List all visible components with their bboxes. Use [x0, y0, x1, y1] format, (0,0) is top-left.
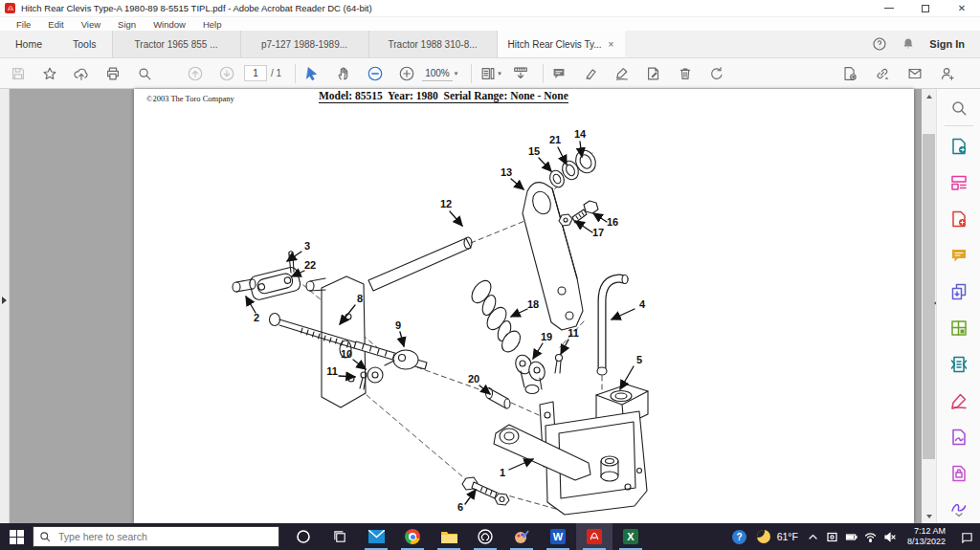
document-area: ©2003 The Toro Company Model: 85515 Year… — [0, 89, 980, 523]
menu-bar: File Edit View Sign Window Help — [0, 17, 980, 31]
zoom-in-icon[interactable] — [396, 63, 416, 83]
tray-battery-icon[interactable] — [842, 523, 861, 550]
menu-view[interactable]: View — [73, 19, 109, 30]
doc-tab-1[interactable]: Tractor 1965 855 ... — [112, 31, 240, 57]
select-tool-icon[interactable] — [301, 63, 322, 83]
doc-tab-active[interactable]: Hitch Rear Clevis Ty... × — [497, 31, 625, 57]
open-nav-pane-icon[interactable] — [2, 297, 7, 304]
temperature-label[interactable]: 61°F — [777, 531, 798, 542]
tray-help-icon[interactable]: ? — [727, 523, 752, 550]
notifications-bell-icon[interactable] — [901, 36, 916, 52]
protect-pdf-icon[interactable] — [949, 464, 969, 483]
zoom-level-value[interactable]: 100% — [422, 66, 453, 81]
word-app-icon[interactable]: ×W — [540, 523, 576, 550]
taskbar-search[interactable] — [33, 526, 279, 547]
email-toolbar-icon[interactable] — [905, 63, 925, 83]
action-center-icon[interactable] — [953, 523, 980, 550]
menu-sign[interactable]: Sign — [109, 19, 145, 30]
part-callout: 20 — [468, 373, 479, 385]
combine-files-icon[interactable] — [949, 282, 969, 301]
tray-chevron-icon[interactable] — [804, 523, 823, 550]
mail-app-icon[interactable] — [358, 523, 394, 550]
excel-app-icon[interactable]: X — [612, 523, 649, 550]
undo-rotate-icon[interactable] — [707, 63, 727, 83]
sign-tool-icon[interactable] — [612, 63, 633, 83]
minimize-button[interactable] — [871, 0, 907, 16]
fit-width-icon[interactable] — [511, 63, 531, 83]
comment-icon[interactable] — [949, 246, 969, 265]
hand-tool-icon[interactable] — [333, 63, 353, 83]
highlight-tool-icon[interactable] — [581, 63, 601, 83]
doc-tab-active-label: Hitch Rear Clevis Ty... — [508, 39, 602, 50]
stamp-fill-icon[interactable] — [644, 63, 664, 83]
scroll-down-icon[interactable] — [922, 509, 936, 523]
part-callout: 6 — [457, 501, 463, 513]
edit-pdf-icon[interactable] — [949, 173, 969, 192]
share-person-icon[interactable] — [938, 63, 958, 83]
maximize-button[interactable] — [907, 0, 944, 16]
tab-tools[interactable]: Tools — [57, 31, 112, 57]
paint3d-app-icon[interactable] — [503, 523, 540, 550]
close-button[interactable]: ✕ — [944, 0, 980, 16]
menu-window[interactable]: Window — [145, 19, 194, 30]
save-icon[interactable] — [8, 63, 28, 83]
scroll-up-icon[interactable] — [922, 89, 936, 103]
scrollbar-thumb[interactable] — [923, 134, 935, 459]
zoom-caret-icon[interactable]: ▾ — [455, 70, 458, 77]
request-esign-icon[interactable] — [949, 428, 969, 447]
tools-rail — [936, 89, 980, 523]
doc-tab-2[interactable]: p7-127 1988-1989... — [240, 31, 368, 57]
taskbar: ×W X ? 61°F 7:12 AM 8/13/2022 — [0, 523, 980, 550]
tab-home[interactable]: Home — [0, 31, 57, 57]
chrome-app-icon[interactable] — [394, 523, 431, 550]
menu-help[interactable]: Help — [194, 19, 231, 30]
export-pdf-icon[interactable] — [949, 137, 969, 156]
page-view-icon[interactable] — [478, 63, 498, 83]
fill-sign-icon[interactable] — [949, 391, 969, 410]
comment-tool-icon[interactable] — [549, 63, 569, 83]
delete-tool-icon[interactable] — [676, 63, 696, 83]
acrobat-app-icon-taskbar[interactable] — [576, 523, 612, 550]
tray-device-icon[interactable] — [823, 523, 842, 550]
menu-edit[interactable]: Edit — [39, 19, 72, 30]
file-explorer-icon[interactable] — [431, 523, 467, 550]
more-tools-icon[interactable] — [949, 498, 969, 512]
doc-tab-3[interactable]: Tractor 1988 310-8... — [368, 31, 497, 57]
taskbar-clock[interactable]: 7:12 AM 8/13/2022 — [907, 526, 946, 548]
omega-app-icon[interactable] — [467, 523, 503, 550]
search-input[interactable] — [56, 530, 248, 543]
tray-wifi-icon[interactable] — [861, 523, 880, 550]
create-pdf-icon[interactable] — [949, 209, 969, 229]
search-tool-icon[interactable] — [949, 99, 969, 118]
share-cloud-icon[interactable] — [71, 63, 91, 83]
find-icon[interactable] — [134, 63, 154, 83]
print-icon[interactable] — [102, 63, 122, 83]
compress-pdf-icon[interactable] — [949, 355, 969, 374]
page-number-input[interactable] — [244, 65, 267, 81]
star-favorite-icon[interactable] — [39, 63, 59, 83]
previous-page-icon[interactable] — [185, 63, 205, 83]
part-callout: 2 — [254, 312, 259, 323]
tab-close-icon[interactable]: × — [609, 39, 614, 50]
link-toolbar-icon[interactable] — [873, 63, 893, 83]
next-page-icon[interactable] — [216, 63, 236, 83]
sign-in-button[interactable]: Sign In — [929, 38, 965, 50]
page-view-caret-icon[interactable]: ▾ — [498, 70, 501, 77]
acrobat-window: Hitch Rear Clevis Type-A 1980-89 8-5515 … — [0, 0, 980, 550]
part-20-pin — [486, 388, 511, 409]
cortana-icon[interactable] — [285, 523, 322, 550]
export-pdf-toolbar-icon[interactable] — [840, 63, 860, 83]
weather-moon-icon[interactable] — [752, 523, 775, 550]
zoom-out-icon[interactable] — [365, 63, 385, 83]
menu-file[interactable]: File — [8, 19, 39, 30]
task-view-icon[interactable] — [322, 523, 358, 550]
part-callout: 19 — [541, 331, 552, 342]
start-button[interactable] — [0, 523, 33, 550]
pdf-page: ©2003 The Toro Company Model: 85515 Year… — [134, 89, 914, 523]
organize-pages-icon[interactable] — [949, 319, 969, 338]
part-callout: 15 — [528, 145, 540, 157]
help-icon[interactable] — [872, 36, 887, 52]
part-callout: 17 — [592, 227, 604, 238]
tray-volume-muted-icon[interactable] — [880, 523, 900, 550]
part-callout: 1 — [500, 467, 505, 478]
